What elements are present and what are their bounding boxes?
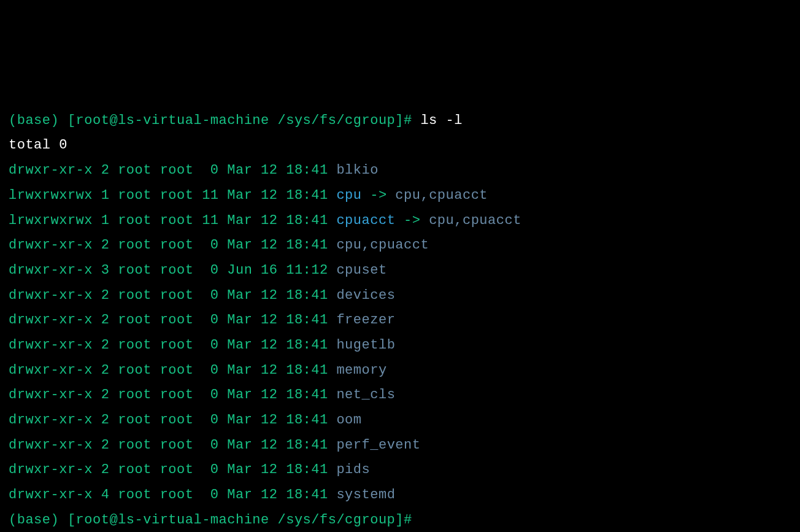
- file-group: root: [160, 363, 194, 378]
- listing-row: drwxr-xr-x 2 root root 0 Mar 12 18:41 pi…: [9, 462, 370, 477]
- listing-row: drwxr-xr-x 2 root root 0 Mar 12 18:41 hu…: [9, 337, 395, 353]
- file-group: root: [160, 213, 194, 228]
- file-owner: root: [118, 487, 152, 503]
- file-name: net_cls: [336, 387, 395, 403]
- file-owner: root: [118, 263, 152, 278]
- file-size: 0: [202, 487, 218, 503]
- file-size: 0: [202, 263, 218, 278]
- file-date: Mar 12 18:41: [227, 462, 328, 477]
- file-date: Mar 12 18:41: [227, 487, 328, 503]
- file-size: 11: [202, 188, 218, 203]
- link-count: 4: [101, 487, 110, 503]
- link-count: 3: [101, 263, 110, 278]
- file-group: root: [160, 237, 194, 253]
- listing-row: drwxr-xr-x 2 root root 0 Mar 12 18:41 cp…: [9, 237, 429, 253]
- file-permissions: drwxr-xr-x: [9, 363, 93, 378]
- file-permissions: lrwxrwxrwx: [9, 188, 93, 203]
- file-owner: root: [118, 312, 152, 328]
- file-name: cpu: [336, 188, 361, 203]
- file-size: 0: [202, 462, 218, 477]
- file-name: cpuacct: [336, 213, 395, 228]
- file-owner: root: [118, 412, 152, 428]
- listing-row: drwxr-xr-x 2 root root 0 Mar 12 18:41 de…: [9, 288, 395, 303]
- file-size: 0: [202, 412, 218, 428]
- file-owner: root: [118, 387, 152, 403]
- file-owner: root: [118, 337, 152, 353]
- file-date: Mar 12 18:41: [227, 312, 328, 328]
- file-permissions: drwxr-xr-x: [9, 438, 93, 453]
- file-permissions: drwxr-xr-x: [9, 288, 93, 303]
- link-count: 2: [101, 462, 110, 477]
- file-size: 0: [202, 237, 218, 253]
- file-group: root: [160, 387, 194, 403]
- file-name: perf_event: [336, 438, 420, 453]
- file-owner: root: [118, 163, 152, 178]
- file-size: 0: [202, 312, 218, 328]
- symlink-arrow: ->: [362, 188, 396, 203]
- file-name: memory: [336, 363, 387, 378]
- link-count: 1: [101, 188, 110, 203]
- file-group: root: [160, 412, 194, 428]
- file-owner: root: [118, 213, 152, 228]
- file-date: Mar 12 18:41: [227, 163, 328, 178]
- file-group: root: [160, 487, 194, 503]
- file-owner: root: [118, 438, 152, 453]
- link-count: 2: [101, 312, 110, 328]
- listing-row: drwxr-xr-x 4 root root 0 Mar 12 18:41 sy…: [9, 487, 395, 503]
- prompt-line-2: (base) [root@ls-virtual-machine /sys/fs/…: [9, 512, 412, 528]
- listing-row: drwxr-xr-x 2 root root 0 Mar 12 18:41 fr…: [9, 312, 395, 328]
- file-owner: root: [118, 237, 152, 253]
- file-owner: root: [118, 462, 152, 477]
- symlink-target: cpu,cpuacct: [395, 188, 488, 203]
- link-count: 2: [101, 337, 110, 353]
- file-permissions: drwxr-xr-x: [9, 263, 93, 278]
- file-permissions: drwxr-xr-x: [9, 462, 93, 477]
- file-permissions: lrwxrwxrwx: [9, 213, 93, 228]
- total-line: total 0: [9, 137, 67, 153]
- listing-row: drwxr-xr-x 2 root root 0 Mar 12 18:41 ne…: [9, 387, 395, 403]
- link-count: 2: [101, 387, 110, 403]
- file-owner: root: [118, 188, 152, 203]
- file-size: 0: [202, 337, 218, 353]
- file-permissions: drwxr-xr-x: [9, 337, 93, 353]
- user-host-path: [root@ls-virtual-machine /sys/fs/cgroup]…: [67, 512, 412, 528]
- env-indicator: (base): [9, 512, 59, 528]
- file-group: root: [160, 263, 194, 278]
- link-count: 2: [101, 237, 110, 253]
- file-group: root: [160, 337, 194, 353]
- link-count: 2: [101, 163, 110, 178]
- file-size: 0: [202, 438, 218, 453]
- file-permissions: drwxr-xr-x: [9, 312, 93, 328]
- file-date: Mar 12 18:41: [227, 387, 328, 403]
- file-date: Mar 12 18:41: [227, 288, 328, 303]
- file-name: blkio: [336, 163, 379, 178]
- file-permissions: drwxr-xr-x: [9, 412, 93, 428]
- file-group: root: [160, 312, 194, 328]
- file-group: root: [160, 462, 194, 477]
- file-name: oom: [336, 412, 361, 428]
- file-size: 0: [202, 163, 218, 178]
- link-count: 2: [101, 363, 110, 378]
- file-name: cpu,cpuacct: [336, 237, 429, 253]
- command-text: ls -l: [420, 113, 463, 128]
- file-group: root: [160, 438, 194, 453]
- prompt-line-1: (base) [root@ls-virtual-machine /sys/fs/…: [9, 113, 463, 128]
- file-permissions: drwxr-xr-x: [9, 163, 93, 178]
- file-group: root: [160, 288, 194, 303]
- file-date: Mar 12 18:41: [227, 337, 328, 353]
- terminal-output[interactable]: (base) [root@ls-virtual-machine /sys/fs/…: [9, 109, 791, 532]
- listing-row: drwxr-xr-x 2 root root 0 Mar 12 18:41 me…: [9, 363, 387, 378]
- file-permissions: drwxr-xr-x: [9, 237, 93, 253]
- link-count: 2: [101, 412, 110, 428]
- file-size: 0: [202, 288, 218, 303]
- file-size: 0: [202, 363, 218, 378]
- listing-row: lrwxrwxrwx 1 root root 11 Mar 12 18:41 c…: [9, 213, 521, 228]
- symlink-target: cpu,cpuacct: [429, 213, 521, 228]
- file-owner: root: [118, 363, 152, 378]
- file-group: root: [160, 163, 194, 178]
- link-count: 1: [101, 213, 110, 228]
- file-size: 0: [202, 387, 218, 403]
- file-name: pids: [336, 462, 370, 477]
- file-date: Mar 12 18:41: [227, 188, 328, 203]
- file-name: cpuset: [336, 263, 387, 278]
